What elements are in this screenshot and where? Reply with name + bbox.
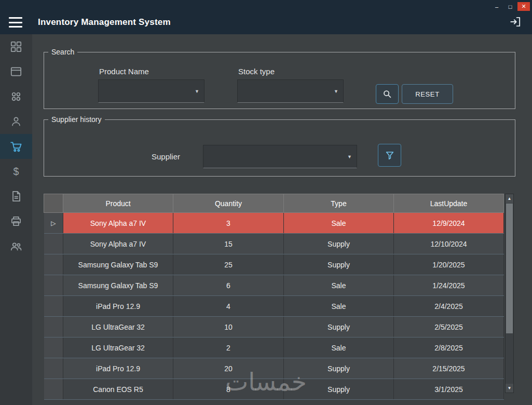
reset-button[interactable]: RESET bbox=[402, 84, 453, 104]
cell-quantity: 4 bbox=[173, 296, 284, 317]
sidebar-item-print[interactable] bbox=[0, 209, 32, 234]
cell-lastupdate: 2/4/2025 bbox=[394, 296, 504, 317]
close-button[interactable]: ✕ bbox=[517, 2, 530, 11]
cell-product: Samsung Galaxy Tab S9 bbox=[63, 254, 173, 275]
sidebar-item-categories[interactable] bbox=[0, 84, 32, 109]
supplier-combobox[interactable]: ▼ bbox=[203, 145, 357, 168]
search-icon bbox=[381, 88, 393, 100]
row-selector-cell[interactable] bbox=[44, 296, 63, 317]
cell-quantity: 10 bbox=[173, 317, 284, 338]
cell-lastupdate: 1/20/2025 bbox=[394, 254, 504, 275]
cell-type: Supply bbox=[284, 379, 394, 400]
categories-icon bbox=[9, 90, 23, 103]
cell-lastupdate: 2/8/2025 bbox=[394, 338, 504, 358]
sidebar-item-purchases[interactable] bbox=[0, 134, 32, 159]
sidebar-item-sales[interactable]: $ bbox=[0, 159, 32, 184]
cell-lastupdate: 2/5/2025 bbox=[394, 317, 504, 338]
scroll-down-button[interactable]: ▼ bbox=[506, 384, 513, 393]
scrollbar-thumb[interactable] bbox=[506, 204, 513, 333]
supplier-panel-title: Supplier history bbox=[48, 115, 105, 124]
row-selector-cell[interactable] bbox=[44, 254, 63, 275]
sidebar-item-products[interactable] bbox=[0, 59, 32, 84]
row-selector-cell[interactable] bbox=[44, 358, 63, 379]
cell-quantity: 3 bbox=[173, 213, 284, 234]
shopping-cart-icon bbox=[9, 140, 23, 153]
product-name-combobox[interactable]: ▼ bbox=[98, 79, 204, 103]
titlebar: – □ ✕ Inventory Management System bbox=[0, 0, 532, 34]
window-controls: – □ ✕ bbox=[490, 2, 530, 11]
menu-button[interactable] bbox=[8, 16, 24, 29]
cell-product: LG UltraGear 32 bbox=[63, 338, 173, 358]
cell-quantity: 2 bbox=[173, 338, 284, 358]
cell-type: Sale bbox=[284, 338, 394, 358]
column-header-lastupdate[interactable]: LastUpdate bbox=[394, 194, 504, 213]
table-row[interactable]: iPad Pro 12.9 20 Supply 2/15/2025 bbox=[44, 358, 504, 379]
app-title: Inventory Management System bbox=[38, 17, 171, 28]
cell-product: Sony Alpha a7 IV bbox=[63, 213, 173, 234]
sidebar-item-suppliers[interactable] bbox=[0, 109, 32, 134]
filter-funnel-icon bbox=[384, 150, 395, 161]
sidebar-item-users[interactable] bbox=[0, 234, 32, 259]
cell-lastupdate: 2/15/2025 bbox=[394, 358, 504, 379]
cell-type: Sale bbox=[284, 213, 394, 234]
products-icon bbox=[9, 65, 23, 78]
cell-quantity: 15 bbox=[173, 234, 284, 254]
cell-product: Samsung Galaxy Tab S9 bbox=[63, 275, 173, 296]
cell-type: Supply bbox=[284, 358, 394, 379]
cell-product: Sony Alpha a7 IV bbox=[63, 234, 173, 254]
search-panel-title: Search bbox=[48, 48, 77, 56]
row-selector-cell[interactable]: ▷ bbox=[44, 213, 63, 234]
stock-type-label: Stock type bbox=[238, 67, 275, 76]
current-row-marker: ▷ bbox=[51, 220, 56, 227]
supplier-label: Supplier bbox=[152, 152, 180, 161]
filter-button[interactable] bbox=[378, 144, 401, 167]
column-header-type[interactable]: Type bbox=[284, 194, 394, 213]
inventory-table-container: Product Quantity Type LastUpdate ▷ Sony … bbox=[44, 194, 515, 405]
cell-product: iPad Pro 12.9 bbox=[63, 296, 173, 317]
cell-type: Sale bbox=[284, 296, 394, 317]
table-row[interactable]: LG UltraGear 32 10 Supply 2/5/2025 bbox=[44, 317, 504, 338]
row-selector-cell[interactable] bbox=[44, 317, 63, 338]
hamburger-icon bbox=[9, 17, 23, 19]
dropdown-arrow-icon: ▼ bbox=[195, 89, 199, 94]
table-row[interactable]: LG UltraGear 32 2 Sale 2/8/2025 bbox=[44, 338, 504, 358]
table-row[interactable]: Canon EOS R5 8 Supply 3/1/2025 bbox=[44, 379, 504, 400]
sidebar: $ bbox=[0, 34, 32, 405]
sidebar-item-dashboard[interactable] bbox=[0, 34, 32, 59]
printer-icon bbox=[9, 214, 23, 228]
cell-product: Canon EOS R5 bbox=[63, 379, 173, 400]
cell-lastupdate: 12/10/2024 bbox=[394, 234, 504, 254]
cell-quantity: 20 bbox=[173, 358, 284, 379]
cell-product: iPad Pro 12.9 bbox=[63, 358, 173, 379]
dropdown-arrow-icon: ▼ bbox=[347, 154, 352, 159]
row-selector-cell[interactable] bbox=[44, 379, 63, 400]
table-body: ▷ Sony Alpha a7 IV 3 Sale 12/9/2024 Sony… bbox=[44, 213, 504, 400]
search-button[interactable] bbox=[376, 84, 399, 104]
table-row[interactable]: Samsung Galaxy Tab S9 25 Supply 1/20/202… bbox=[44, 254, 504, 275]
sidebar-item-invoices[interactable] bbox=[0, 184, 32, 209]
svg-text:$: $ bbox=[13, 166, 19, 177]
stock-type-combobox[interactable]: ▼ bbox=[237, 79, 344, 103]
dropdown-arrow-icon: ▼ bbox=[334, 89, 338, 94]
table-row[interactable]: ▷ Sony Alpha a7 IV 3 Sale 12/9/2024 bbox=[44, 213, 504, 234]
row-selector-cell[interactable] bbox=[44, 338, 63, 358]
person-icon bbox=[9, 115, 23, 128]
row-selector-cell[interactable] bbox=[44, 275, 63, 296]
column-header-product[interactable]: Product bbox=[63, 194, 173, 213]
table-row[interactable]: iPad Pro 12.9 4 Sale 2/4/2025 bbox=[44, 296, 504, 317]
logout-button[interactable] bbox=[507, 15, 524, 30]
cell-type: Supply bbox=[284, 234, 394, 254]
dollar-icon: $ bbox=[9, 165, 23, 178]
cell-product: LG UltraGear 32 bbox=[63, 317, 173, 338]
vertical-scrollbar[interactable]: ▲ ▼ bbox=[505, 194, 514, 393]
maximize-button[interactable]: □ bbox=[504, 2, 516, 11]
scroll-up-button[interactable]: ▲ bbox=[506, 194, 513, 203]
table-row[interactable]: Sony Alpha a7 IV 15 Supply 12/10/2024 bbox=[44, 234, 504, 254]
minimize-button[interactable]: – bbox=[490, 2, 503, 11]
inventory-table: Product Quantity Type LastUpdate ▷ Sony … bbox=[44, 194, 504, 400]
cell-type: Supply bbox=[284, 317, 394, 338]
cell-lastupdate: 1/24/2025 bbox=[394, 275, 504, 296]
row-selector-cell[interactable] bbox=[44, 234, 63, 254]
column-header-quantity[interactable]: Quantity bbox=[173, 194, 284, 213]
table-row[interactable]: Samsung Galaxy Tab S9 6 Sale 1/24/2025 bbox=[44, 275, 504, 296]
